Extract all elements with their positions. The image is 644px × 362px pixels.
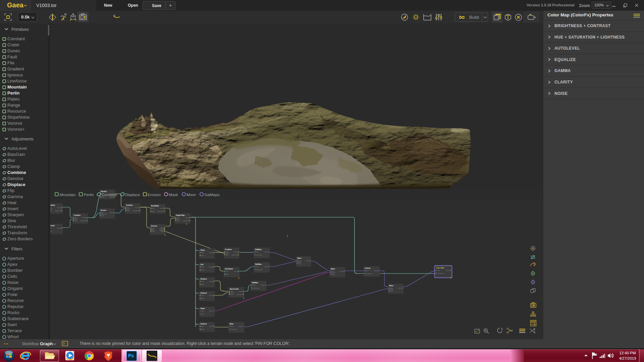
svg-text:Combine: Combine [50, 204, 55, 206]
svg-text:Input: Input [256, 251, 259, 253]
svg-text:SatMaps: SatMaps [255, 249, 262, 250]
svg-text:Mixer: Mixer [298, 257, 302, 259]
svg-text:Output: Output [261, 285, 264, 286]
svg-text:Output: Output [374, 270, 377, 272]
svg-text:Visualization: Visualization [437, 273, 444, 274]
svg-text:Output: Output [339, 271, 343, 272]
svg-text:Mask: Mask [202, 329, 204, 330]
svg-text:Surfacer: Surfacer [201, 323, 207, 325]
svg-text:SatMaps: SatMaps [204, 193, 220, 197]
svg-text:Output: Output [57, 228, 60, 229]
svg-text:Output: Output [209, 266, 212, 268]
svg-text:Separation: Separation [183, 220, 189, 222]
svg-text:Mask: Mask [332, 274, 335, 275]
svg-text:Output: Output [264, 266, 267, 267]
svg-text:Mask: Mask [231, 294, 233, 295]
svg-text:Mixer: Mixer [186, 193, 196, 197]
svg-text:Output: Output [233, 251, 237, 253]
svg-text:Mask: Mask [169, 193, 178, 197]
svg-text:Input: Input [202, 281, 204, 282]
svg-text:Mask: Mask [299, 263, 301, 264]
svg-text:Output: Output [185, 217, 188, 219]
svg-text:Input2: Input2 [127, 208, 130, 210]
svg-text:Output: Output [160, 208, 163, 209]
svg-text:Combine: Combine [126, 204, 133, 206]
svg-text:Output: Output [209, 310, 212, 312]
svg-text:Surfacer: Surfacer [201, 278, 207, 280]
svg-text:Mask: Mask [152, 211, 155, 212]
svg-text:Output: Output [305, 260, 309, 261]
svg-text:Output: Output [264, 251, 267, 253]
svg-text:Wear: Wear [230, 323, 234, 325]
svg-text:Separation: Separation [133, 210, 139, 212]
svg-text:Input2: Input2 [231, 292, 234, 294]
svg-text:Breaker: Breaker [101, 191, 107, 192]
svg-text:Mask: Mask [202, 298, 204, 299]
svg-text:Mask: Mask [202, 284, 204, 285]
svg-text:Slope: Slope [201, 308, 205, 309]
svg-text:Input: Input [50, 228, 52, 229]
svg-text:Thermal: Thermal [50, 225, 54, 227]
svg-text:Output: Output [135, 207, 138, 208]
svg-text:Mountain: Mountain [60, 193, 75, 197]
svg-text:Colorfx: Colorfx [365, 267, 371, 269]
svg-text:Input: Input [202, 310, 204, 312]
svg-text:Terrace: Terrace [101, 209, 106, 211]
svg-text:Output: Output [209, 295, 212, 296]
svg-text:Separation: Separation [80, 220, 86, 222]
svg-text:Separation: Separation [236, 294, 242, 295]
svg-text:Slope: Slope [201, 249, 205, 251]
svg-text:Visualization: Visualization [253, 288, 259, 289]
svg-text:Input2: Input2 [226, 253, 229, 254]
svg-text:Mask: Mask [152, 231, 155, 232]
svg-text:Mixer: Mixer [331, 268, 335, 270]
svg-text:❯: ❯ [287, 235, 288, 237]
svg-text:Output: Output [238, 326, 242, 327]
svg-text:❯: ❯ [164, 234, 166, 236]
svg-text:Input: Input [366, 270, 369, 272]
svg-text:Input: Input [202, 252, 204, 253]
svg-text:Combine: Combine [74, 215, 81, 216]
svg-text:Output: Output [446, 270, 449, 271]
svg-text:Input2: Input2 [390, 289, 394, 290]
svg-text:❯: ❯ [238, 277, 239, 279]
svg-text:Input: Input [202, 266, 204, 268]
svg-text:Separation: Separation [158, 211, 163, 212]
svg-text:SatMaps: SatMaps [255, 263, 262, 265]
svg-text:Output: Output [209, 252, 212, 253]
svg-text:Surfacer: Surfacer [201, 292, 207, 294]
svg-text:RockSlide: RockSlide [151, 205, 159, 207]
svg-text:Mask: Mask [177, 220, 180, 222]
svg-text:Modulation: Modulation [102, 214, 107, 215]
svg-text:Output: Output [82, 217, 86, 219]
svg-text:Separation: Separation [231, 254, 237, 256]
svg-text:Mask: Mask [102, 215, 104, 217]
svg-text:Flow: Flow [161, 231, 163, 232]
svg-text:Mask: Mask [75, 220, 77, 222]
svg-text:Mask: Mask [50, 231, 52, 232]
svg-text:❯: ❯ [243, 297, 244, 299]
svg-text:Input: Input [231, 326, 233, 327]
svg-text:Input: Input [226, 271, 229, 272]
svg-text:Input: Input [202, 295, 204, 296]
svg-text:Mask: Mask [202, 269, 204, 271]
svg-text:Visualization: Visualization [256, 269, 263, 270]
svg-text:❯: ❯ [450, 277, 451, 279]
svg-text:Displace: Displace [125, 193, 140, 197]
svg-text:❯: ❯ [186, 223, 187, 225]
svg-text:Perlin: Perlin [84, 193, 94, 197]
svg-text:Input: Input [437, 270, 440, 271]
svg-text:Output: Output [57, 207, 60, 208]
svg-text:Output: Output [209, 281, 212, 282]
svg-text:Visualization: Visualization [366, 273, 372, 275]
svg-text:Output: Output [109, 212, 112, 214]
svg-text:Input2: Input2 [332, 272, 335, 274]
svg-text:Input: Input [202, 326, 204, 327]
svg-text:Separation: Separation [55, 210, 61, 212]
svg-text:Soil Select: Soil Select [225, 268, 233, 270]
svg-text:Input2: Input2 [50, 208, 52, 210]
svg-text:Input2: Input2 [177, 219, 180, 220]
svg-text:Combine: Combine [102, 193, 117, 197]
svg-text:Visualization: Visualization [256, 254, 263, 256]
svg-text:Visualization: Visualization [231, 329, 237, 330]
